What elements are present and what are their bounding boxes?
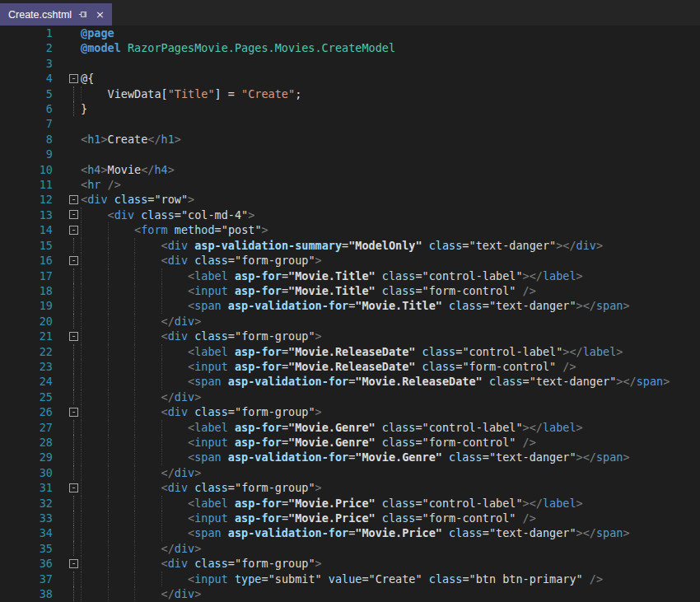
code-line[interactable]: 34 <span asp-validation-for="Movie.Price… (0, 525, 700, 540)
code-line[interactable]: 30 </div> (0, 465, 700, 480)
code-line[interactable]: 21- <div class="form-group"> (0, 329, 700, 343)
code-text[interactable]: ViewData["Title"] = "Create"; (81, 86, 700, 101)
close-icon[interactable]: × (96, 9, 105, 20)
fold-toggle[interactable]: - (53, 329, 81, 343)
collapse-icon[interactable]: - (69, 408, 78, 417)
fold-toggle[interactable]: - (53, 404, 81, 419)
code-line[interactable]: 20 </div> (0, 314, 700, 329)
fold-toggle[interactable]: - (53, 208, 81, 222)
code-text[interactable]: <input asp-for="Movie.ReleaseDate" class… (81, 359, 700, 374)
code-text[interactable]: <span asp-validation-for="Movie.ReleaseD… (81, 374, 700, 389)
code-line[interactable]: 15 <div asp-validation-summary="ModelOnl… (0, 238, 700, 253)
code-text[interactable]: <input asp-for="Movie.Genre" class="form… (81, 435, 700, 450)
code-line[interactable]: 33 <input asp-for="Movie.Price" class="f… (0, 511, 700, 525)
code-text[interactable]: @model RazorPagesMovie.Pages.Movies.Crea… (81, 40, 700, 55)
code-text[interactable]: <h1>Create</h1> (81, 132, 700, 147)
code-text[interactable]: <div class="form-group"> (81, 329, 700, 343)
code-text[interactable]: <div asp-validation-summary="ModelOnly" … (81, 238, 700, 253)
collapse-icon[interactable]: - (69, 483, 78, 492)
collapse-icon[interactable]: - (69, 226, 78, 235)
code-text[interactable] (81, 56, 700, 71)
code-line[interactable]: 16- <div class="form-group"> (0, 253, 700, 268)
fold-toggle[interactable]: - (53, 71, 81, 86)
code-text[interactable]: <input type="submit" value="Create" clas… (81, 572, 700, 586)
collapse-icon[interactable]: - (69, 195, 78, 204)
fold-margin (53, 374, 81, 389)
code-text[interactable]: <input asp-for="Movie.Price" class="form… (81, 511, 700, 525)
code-text[interactable]: </div> (81, 586, 700, 601)
code-text[interactable]: @{ (81, 71, 700, 86)
code-line[interactable]: 19 <span asp-validation-for="Movie.Title… (0, 298, 700, 313)
code-line[interactable]: 35 </div> (0, 541, 700, 556)
code-line[interactable]: 32 <label asp-for="Movie.Price" class="c… (0, 496, 700, 511)
code-text[interactable]: <label asp-for="Movie.Title" class="cont… (81, 268, 700, 283)
code-text[interactable]: <div class="form-group"> (81, 556, 700, 571)
code-text[interactable]: <input asp-for="Movie.Title" class="form… (81, 283, 700, 298)
code-line[interactable]: 12-<div class="row"> (0, 192, 700, 207)
code-line[interactable]: 17 <label asp-for="Movie.Title" class="c… (0, 268, 700, 283)
code-line[interactable]: 5 ViewData["Title"] = "Create"; (0, 86, 700, 101)
code-text[interactable]: <span asp-validation-for="Movie.Price" c… (81, 525, 700, 540)
code-line[interactable]: 18 <input asp-for="Movie.Title" class="f… (0, 283, 700, 298)
code-line[interactable]: 9 (0, 147, 700, 161)
code-text[interactable]: <div class="form-group"> (81, 404, 700, 419)
code-line[interactable]: 13- <div class="col-md-4"> (0, 208, 700, 222)
code-text[interactable]: <label asp-for="Movie.ReleaseDate" class… (81, 344, 700, 359)
code-line[interactable]: 7 (0, 116, 700, 131)
code-line[interactable]: 26- <div class="form-group"> (0, 404, 700, 419)
code-line[interactable]: 2@model RazorPagesMovie.Pages.Movies.Cre… (0, 40, 700, 55)
collapse-icon[interactable]: - (69, 210, 78, 219)
collapse-icon[interactable]: - (69, 332, 78, 341)
fold-toggle[interactable]: - (53, 192, 81, 207)
fold-toggle[interactable]: - (53, 253, 81, 268)
code-text[interactable]: <span asp-validation-for="Movie.Genre" c… (81, 450, 700, 464)
code-text[interactable]: <div class="form-group"> (81, 480, 700, 495)
fold-toggle[interactable]: - (53, 222, 81, 237)
code-text[interactable]: </div> (81, 541, 700, 556)
code-line[interactable]: 1@page (0, 26, 700, 40)
code-text[interactable]: <div class="col-md-4"> (81, 208, 700, 222)
code-text[interactable]: } (81, 101, 700, 116)
code-line[interactable]: 37 <input type="submit" value="Create" c… (0, 572, 700, 586)
code-text[interactable]: <hr /> (81, 177, 700, 192)
code-text[interactable] (81, 147, 700, 161)
code-text[interactable]: <label asp-for="Movie.Genre" class="cont… (81, 420, 700, 435)
code-text[interactable]: <form method="post"> (81, 222, 700, 237)
code-line[interactable]: 31- <div class="form-group"> (0, 480, 700, 495)
code-line[interactable]: 10<h4>Movie</h4> (0, 162, 700, 177)
code-text[interactable]: </div> (81, 465, 700, 480)
pin-icon[interactable] (78, 9, 89, 20)
code-text[interactable]: <div class="form-group"> (81, 253, 700, 268)
code-text[interactable]: @page (81, 26, 700, 40)
code-line[interactable]: 22 <label asp-for="Movie.ReleaseDate" cl… (0, 344, 700, 359)
code-line[interactable]: 8<h1>Create</h1> (0, 132, 700, 147)
fold-toggle[interactable]: - (53, 556, 81, 571)
code-line[interactable]: 14- <form method="post"> (0, 222, 700, 237)
code-text[interactable]: <label asp-for="Movie.Price" class="cont… (81, 496, 700, 511)
code-line[interactable]: 25 </div> (0, 390, 700, 404)
indent-guide (108, 298, 109, 313)
code-line[interactable]: 24 <span asp-validation-for="Movie.Relea… (0, 374, 700, 389)
tab-create-cshtml[interactable]: Create.cshtml × (0, 3, 112, 26)
collapse-icon[interactable]: - (69, 74, 78, 83)
code-line[interactable]: 38 </div> (0, 586, 700, 601)
code-text[interactable]: <span asp-validation-for="Movie.Title" c… (81, 298, 700, 313)
collapse-icon[interactable]: - (69, 256, 78, 265)
code-line[interactable]: 28 <input asp-for="Movie.Genre" class="f… (0, 435, 700, 450)
code-text[interactable] (81, 116, 700, 131)
code-editor[interactable]: 1@page2@model RazorPagesMovie.Pages.Movi… (0, 26, 700, 602)
code-text[interactable]: <h4>Movie</h4> (81, 162, 700, 177)
code-line[interactable]: 27 <label asp-for="Movie.Genre" class="c… (0, 420, 700, 435)
code-line[interactable]: 36- <div class="form-group"> (0, 556, 700, 571)
code-text[interactable]: </div> (81, 314, 700, 329)
collapse-icon[interactable]: - (69, 559, 78, 568)
code-line[interactable]: 6} (0, 101, 700, 116)
code-line[interactable]: 29 <span asp-validation-for="Movie.Genre… (0, 450, 700, 464)
code-line[interactable]: 23 <input asp-for="Movie.ReleaseDate" cl… (0, 359, 700, 374)
code-text[interactable]: </div> (81, 390, 700, 404)
code-line[interactable]: 11<hr /> (0, 177, 700, 192)
code-line[interactable]: 3 (0, 56, 700, 71)
code-text[interactable]: <div class="row"> (81, 192, 700, 207)
fold-toggle[interactable]: - (53, 480, 81, 495)
code-line[interactable]: 4-@{ (0, 71, 700, 86)
